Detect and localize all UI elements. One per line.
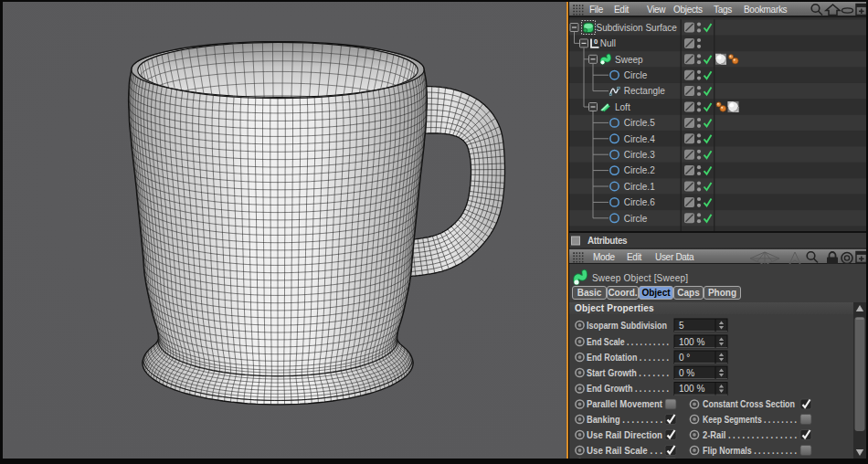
- svg-text:0 °: 0 °: [679, 353, 690, 363]
- svg-text:100 %: 100 %: [679, 384, 704, 394]
- svg-text:Flip Normals . . . . . . . . .: Flip Normals . . . . . . . . . .: [703, 446, 797, 456]
- svg-text:Use Rail Scale . . .: Use Rail Scale . . .: [587, 446, 662, 456]
- svg-text:Start Growth . . . . . . .: Start Growth . . . . . . .: [587, 368, 669, 378]
- svg-text:Parallel Movement: Parallel Movement: [587, 399, 663, 409]
- svg-text:End Scale . . . . . . . . . .: End Scale . . . . . . . . . .: [587, 337, 669, 347]
- svg-text:Banking . . . . . . . . .: Banking . . . . . . . . .: [587, 415, 662, 425]
- svg-text:Use Rail Direction: Use Rail Direction: [587, 430, 662, 440]
- svg-text:0 %: 0 %: [679, 368, 694, 378]
- svg-text:Isoparm Subdivision: Isoparm Subdivision: [587, 321, 667, 331]
- svg-text:End Rotation . . . . . . .: End Rotation . . . . . . .: [587, 353, 669, 363]
- svg-text:2-Rail . . . . . . . . . . . .: 2-Rail . . . . . . . . . . . . . . .: [703, 430, 797, 440]
- svg-text:Constant Cross Section: Constant Cross Section: [703, 399, 795, 409]
- svg-text:5: 5: [679, 321, 684, 331]
- svg-text:100 %: 100 %: [679, 337, 704, 347]
- svg-text:End Growth . . . . . . . .: End Growth . . . . . . . .: [587, 384, 669, 394]
- svg-text:Keep Segments . . . . . . . .: Keep Segments . . . . . . . .: [703, 415, 797, 425]
